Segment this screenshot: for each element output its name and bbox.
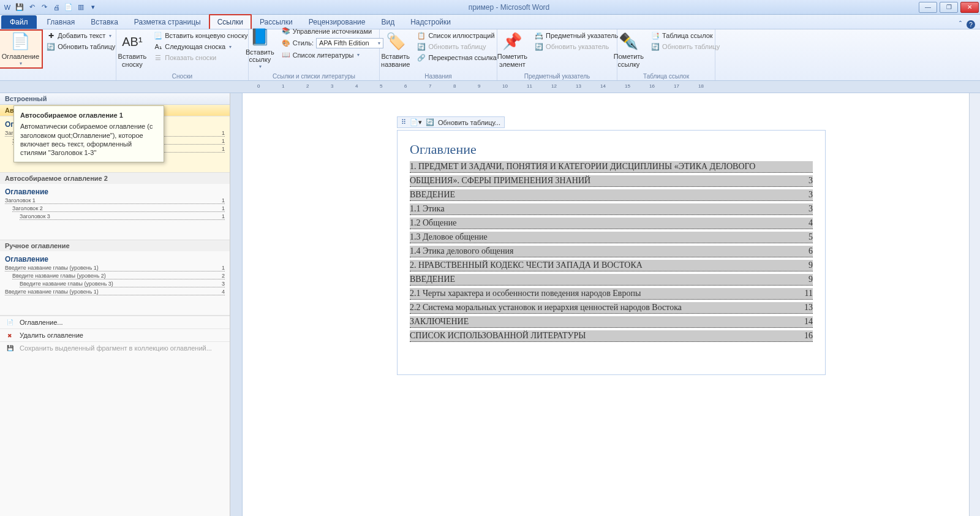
- add-text-button[interactable]: ✚Добавить текст▾: [45, 31, 116, 40]
- help-icon[interactable]: ?: [967, 20, 975, 29]
- insert-footnote-button[interactable]: AB¹ Вставить сноску: [116, 31, 149, 69]
- toc-update-icon[interactable]: 🔄: [426, 118, 434, 126]
- toc-entry-text: ВВЕДЕНИЕ: [410, 275, 455, 284]
- minimize-ribbon-icon[interactable]: ˆ: [959, 20, 962, 29]
- toc-entry[interactable]: ВВЕДЕНИЕ9: [410, 274, 813, 286]
- update-figures-label: Обновить таблицу: [428, 43, 486, 50]
- manage-sources-label: Управление источниками: [293, 28, 372, 35]
- toa-icon: 📑: [651, 31, 660, 40]
- manage-sources-button[interactable]: 📚Управление источниками: [281, 26, 385, 36]
- toc-entry-page: 14: [802, 317, 813, 327]
- update-figures-button[interactable]: 🔄Обновить таблицу: [416, 42, 498, 51]
- gallery-cmd-remove-label: Удалить оглавление: [20, 332, 83, 339]
- toc-entry-page: 9: [806, 260, 813, 270]
- toc-entry-page: 9: [806, 275, 813, 284]
- bibliography-button[interactable]: 📖Список литературы▾: [281, 50, 385, 60]
- toc-entry-page: 3: [806, 190, 813, 200]
- gallery-cmd-remove-toc[interactable]: ✖Удалить оглавление: [0, 328, 230, 341]
- citation-style-selector[interactable]: 🎨Стиль: APA Fifth Edition▾: [281, 37, 385, 49]
- vertical-ruler[interactable]: [230, 93, 243, 516]
- insert-citation-label: Вставить ссылку: [246, 48, 274, 64]
- style-combo[interactable]: APA Fifth Edition▾: [316, 38, 383, 48]
- print-preview-icon[interactable]: 📄: [64, 2, 74, 12]
- insert-endnote-button[interactable]: 📃Вставить концевую сноску: [153, 31, 249, 40]
- print-icon[interactable]: 🖨: [51, 2, 61, 12]
- gallery-item-auto2-header[interactable]: Автособираемое оглавление 2: [0, 173, 230, 184]
- group-index-label: Предметный указатель: [497, 73, 617, 80]
- toc-entry-text: СПИСОК ИСПОЛЬЗОВАННОЙ ЛИТЕРАТУРЫ: [410, 331, 586, 341]
- insert-citation-button[interactable]: 📘 Вставить ссылку▾: [243, 26, 277, 70]
- toc-entry[interactable]: ВВЕДЕНИЕ3: [410, 189, 813, 201]
- group-toc: 📄 Оглавление ▾ ✚Добавить текст▾ 🔄Обновит…: [0, 29, 116, 80]
- undo-icon[interactable]: ↶: [27, 2, 37, 12]
- gallery-item-manual[interactable]: Оглавление Введите название главы (урове…: [0, 251, 230, 316]
- toc-entry[interactable]: 2. НРАВСТВЕННЫЙ КОДЕКС ЧЕСТИ ЗАПАДА И ВО…: [410, 260, 813, 271]
- insert-index-button[interactable]: 📇Предметный указатель: [533, 31, 619, 40]
- qat-customize-icon[interactable]: ▾: [88, 2, 98, 12]
- vertical-scrollbar[interactable]: [969, 93, 980, 516]
- toc-entry[interactable]: 2.1 Черты характера и особенности поведе…: [410, 288, 813, 300]
- chevron-down-icon: ▾: [20, 61, 22, 66]
- toc-options-icon[interactable]: 📄▾: [410, 118, 422, 126]
- update-toa-button[interactable]: 🔄Обновить таблицу: [650, 42, 721, 51]
- close-button[interactable]: ✕: [960, 2, 979, 13]
- add-text-label: Добавить текст: [58, 32, 105, 39]
- tab-addins[interactable]: Надстройки: [402, 15, 459, 29]
- toc-entry[interactable]: 1.3 Деловое общение5: [410, 232, 813, 243]
- toc-entry[interactable]: 2.2 Система моральных установок и иерарх…: [410, 302, 813, 314]
- mark-citation-label: Пометить ссылку: [614, 53, 644, 68]
- update-index-button[interactable]: 🔄Обновить указатель: [533, 42, 619, 51]
- redo-icon[interactable]: ↷: [39, 2, 49, 12]
- toc-entry[interactable]: 1.1 Этика3: [410, 203, 813, 215]
- gallery-preview-title2: Оглавление: [5, 188, 225, 196]
- style-icon: 🎨: [282, 39, 290, 47]
- tooltip-title: Автособираемое оглавление 1: [20, 111, 157, 120]
- insert-caption-button[interactable]: 🏷️ Вставить название: [379, 31, 412, 69]
- maximize-button[interactable]: ❐: [940, 2, 958, 13]
- document-icon: 📄: [5, 319, 15, 325]
- update-index-label: Обновить указатель: [546, 43, 609, 50]
- toc-block[interactable]: Оглавление 1. ПРЕДМЕТ И ЗАДАЧИ, ПОНЯТИЯ …: [397, 130, 826, 375]
- tab-file[interactable]: Файл: [1, 15, 37, 29]
- table-of-figures-button[interactable]: 📋Список иллюстраций: [416, 31, 498, 40]
- update-icon: 🔄: [535, 42, 543, 51]
- next-footnote-button[interactable]: A₁Следующая сноска▾: [153, 42, 249, 51]
- minimize-button[interactable]: —: [919, 2, 937, 13]
- gallery-cmd-insert-label: Оглавление...: [20, 319, 63, 326]
- mark-index-entry-button[interactable]: 📌 Пометить элемент: [495, 31, 530, 69]
- toc-entry-page: 11: [802, 289, 813, 298]
- gallery-preview-title3: Оглавление: [5, 255, 225, 264]
- toc-entry[interactable]: ЗАКЛЮЧЕНИЕ14: [410, 316, 813, 328]
- cross-reference-button[interactable]: 🔗Перекрестная ссылка: [416, 53, 498, 63]
- horizontal-ruler[interactable]: 0123456789101112131415161718: [0, 81, 980, 93]
- toc-entry-page: 4: [806, 218, 813, 228]
- toc-entry[interactable]: 1.4 Этика делового общения6: [410, 246, 813, 257]
- gallery-cmd-insert-toc[interactable]: 📄Оглавление...: [0, 316, 230, 328]
- tab-page-layout[interactable]: Разметка страницы: [126, 15, 209, 29]
- tab-home[interactable]: Главная: [39, 15, 83, 29]
- save-icon[interactable]: 💾: [15, 2, 24, 12]
- endnote-icon: 📃: [154, 31, 162, 40]
- page: ⠿ 📄▾ 🔄 Обновить таблицу... Оглавление 1.…: [397, 130, 826, 375]
- update-toc-button[interactable]: 🔄Обновить таблицу: [45, 42, 116, 51]
- insert-footnote-label: Вставить сноску: [118, 53, 147, 68]
- show-notes-label: Показать сноски: [165, 54, 216, 61]
- show-notes-button[interactable]: ☰Показать сноски: [153, 53, 249, 63]
- insert-toa-button[interactable]: 📑Таблица ссылок: [650, 31, 721, 40]
- toc-entry[interactable]: 1.2 Общение4: [410, 218, 813, 229]
- toc-handle-icon[interactable]: ⠿: [401, 118, 406, 126]
- group-authorities: ✒️ Пометить ссылку 📑Таблица ссылок 🔄Обно…: [617, 29, 715, 80]
- insert-endnote-label: Вставить концевую сноску: [165, 32, 247, 39]
- toc-entry[interactable]: 1. ПРЕДМЕТ И ЗАДАЧИ, ПОНЯТИЯ И КАТЕГОРИИ…: [410, 161, 813, 173]
- tab-insert[interactable]: Вставка: [83, 15, 126, 29]
- table-icon[interactable]: ▥: [76, 2, 86, 12]
- document-area[interactable]: ⠿ 📄▾ 🔄 Обновить таблицу... Оглавление 1.…: [243, 93, 980, 516]
- group-captions-label: Названия: [380, 73, 497, 80]
- next-footnote-label: Следующая сноска: [165, 43, 225, 50]
- toc-entry[interactable]: СПИСОК ИСПОЛЬЗОВАННОЙ ЛИТЕРАТУРЫ16: [410, 330, 813, 342]
- toc-button[interactable]: 📄 Оглавление ▾: [0, 31, 42, 67]
- toc-update-label[interactable]: Обновить таблицу...: [438, 119, 500, 126]
- gallery-item-auto2[interactable]: Оглавление Заголовок 11 Заголовок 21 Заг…: [0, 184, 230, 240]
- mark-citation-button[interactable]: ✒️ Пометить ссылку: [611, 31, 646, 69]
- toc-entry[interactable]: ОБЩЕНИЯ». СФЕРЫ ПРИМЕНЕНИЯ ЗНАНИЙ3: [410, 175, 813, 187]
